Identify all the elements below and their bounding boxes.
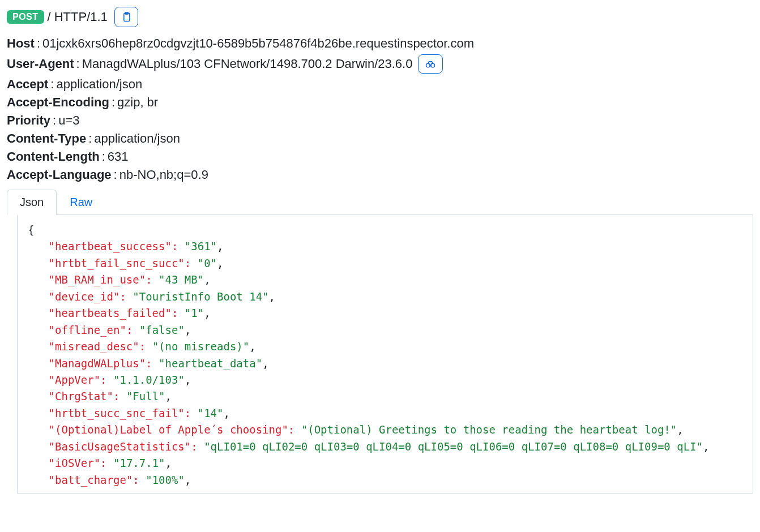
header-name: Priority [7, 113, 50, 128]
body-tabs: Json Raw [7, 189, 753, 215]
binoculars-icon [424, 58, 437, 70]
header-name: Content-Length [7, 149, 100, 164]
headers-block: Host: 01jcxk6xrs06hep8rz0cdgvzjt10-6589b… [7, 36, 753, 182]
json-key: "ChrgStat" [49, 390, 113, 402]
header-value: application/json [94, 131, 180, 146]
json-key: "device_id" [49, 290, 120, 303]
json-brace-open: { [28, 224, 34, 236]
svg-point-2 [426, 63, 430, 67]
json-comma: , [204, 307, 210, 319]
header-colon: : [76, 57, 80, 71]
http-method-badge: POST [7, 10, 44, 24]
json-comma: , [165, 457, 172, 469]
header-row: Accept-Encoding: gzip, br [7, 95, 753, 110]
json-colon: : [172, 307, 178, 319]
json-key: "heartbeat_success" [49, 240, 172, 252]
header-colon: : [50, 77, 54, 92]
request-protocol: HTTP/1.1 [54, 10, 108, 24]
analyze-ua-button[interactable] [418, 54, 443, 74]
json-colon: : [185, 407, 191, 419]
header-colon: : [112, 95, 115, 110]
json-key: "(Optional)Label of Apple´s choosing" [49, 423, 288, 436]
svg-point-3 [431, 63, 435, 67]
json-value: "43 MB" [159, 273, 204, 286]
header-row: Accept-Language: nb-NO,nb;q=0.9 [7, 168, 753, 182]
json-colon: : [288, 423, 294, 436]
json-colon: : [139, 340, 146, 353]
json-value: "17.7.1" [113, 457, 165, 469]
json-colon: : [100, 457, 106, 469]
header-row: Content-Type: application/json [7, 131, 753, 146]
json-comma: , [703, 440, 709, 453]
header-name: Host [7, 36, 35, 51]
header-colon: : [53, 113, 56, 128]
json-value: "14" [198, 407, 224, 419]
header-value: nb-NO,nb;q=0.9 [119, 168, 208, 182]
header-value: gzip, br [117, 95, 158, 110]
json-colon: : [133, 474, 139, 486]
json-colon: : [191, 440, 197, 453]
json-comma: , [677, 423, 683, 436]
json-key: "offline_en" [49, 324, 126, 336]
json-key: "AppVer" [49, 374, 101, 386]
header-row: Host: 01jcxk6xrs06hep8rz0cdgvzjt10-6589b… [7, 36, 753, 51]
json-colon: : [100, 374, 106, 386]
json-comma: , [217, 240, 223, 252]
copy-request-button[interactable] [114, 7, 138, 27]
header-name: Accept-Language [7, 168, 112, 182]
json-comma: , [185, 374, 191, 386]
header-row: Accept: application/json [7, 77, 753, 92]
header-name: User-Agent [7, 57, 74, 71]
json-comma: , [185, 474, 191, 486]
json-value: "(no misreads)" [152, 340, 250, 353]
header-row: Content-Length: 631 [7, 149, 753, 164]
clipboard-icon [121, 11, 132, 23]
json-value: "100%" [146, 474, 185, 486]
json-value: "heartbeat_data" [159, 357, 262, 370]
json-comma: , [185, 324, 191, 336]
json-comma: , [262, 357, 268, 370]
header-row: User-Agent: ManagdWALplus/103 CFNetwork/… [7, 54, 753, 74]
json-value: "1.1.0/103" [113, 374, 185, 386]
json-comma: , [204, 273, 210, 286]
json-value: "0" [198, 257, 217, 269]
json-key: "iOSVer" [49, 457, 101, 469]
header-colon: : [88, 131, 92, 146]
json-colon: : [172, 240, 178, 252]
header-row: Priority: u=3 [7, 113, 753, 128]
json-key: "BasicUsageStatistics" [49, 440, 191, 453]
json-value: "TouristInfo Boot 14" [133, 290, 268, 303]
header-value: ManagdWALplus/103 CFNetwork/1498.700.2 D… [82, 57, 413, 71]
tab-raw[interactable]: Raw [57, 190, 105, 215]
header-value: 631 [108, 149, 129, 164]
json-comma: , [223, 407, 229, 419]
json-key: "ManagdWALplus" [49, 357, 146, 370]
json-value: "Full" [126, 390, 165, 402]
json-colon: : [113, 390, 119, 402]
header-name: Content-Type [7, 131, 86, 146]
json-comma: , [217, 257, 223, 269]
json-key: "MB_RAM_in_use" [49, 273, 146, 286]
request-line: POST / HTTP/1.1 [7, 7, 753, 27]
json-colon: : [146, 357, 152, 370]
json-key: "misread_desc" [49, 340, 139, 353]
header-value: u=3 [58, 113, 79, 128]
json-colon: : [119, 290, 126, 303]
json-value: "1" [185, 307, 204, 319]
json-key: "hrtbt_fail_snc_succ" [49, 257, 185, 269]
header-colon: : [114, 168, 117, 182]
header-value: application/json [56, 77, 142, 92]
json-value: "(Optional) Greetings to those reading t… [301, 423, 677, 436]
json-comma: , [249, 340, 255, 353]
json-value: "false" [139, 324, 185, 336]
json-comma: , [165, 390, 172, 402]
header-name: Accept [7, 77, 48, 92]
header-name: Accept-Encoding [7, 95, 109, 110]
request-path: / [48, 10, 51, 24]
json-colon: : [126, 324, 133, 336]
json-value: "361" [185, 240, 217, 252]
header-colon: : [37, 36, 40, 51]
tab-json[interactable]: Json [7, 190, 57, 215]
json-value: "qLI01=0 qLI02=0 qLI03=0 qLI04=0 qLI05=0… [204, 440, 703, 453]
json-key: "heartbeats_failed" [49, 307, 172, 319]
